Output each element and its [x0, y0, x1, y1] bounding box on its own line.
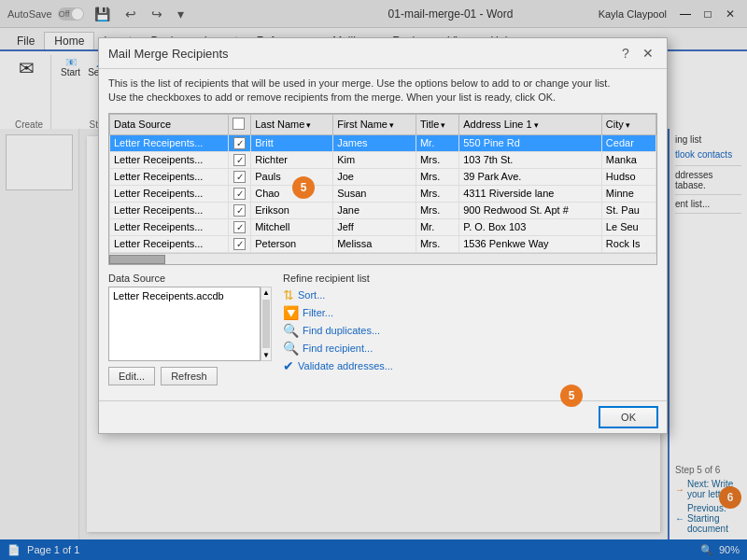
header-checkbox-col — [229, 114, 251, 134]
cell-city-5: Le Seu — [601, 218, 655, 235]
checkbox-4[interactable] — [233, 204, 246, 217]
cell-firstname-6: Melissa — [333, 235, 416, 252]
refine-label: Refine recipient list — [283, 273, 657, 284]
cell-check-6[interactable] — [229, 235, 251, 252]
find-recip-label: Find recipient... — [303, 343, 373, 354]
cell-address-1: 103 7th St. — [459, 151, 602, 168]
ok-button[interactable]: OK — [599, 407, 657, 427]
checkbox-2[interactable] — [233, 171, 246, 183]
cell-check-5[interactable] — [229, 218, 251, 235]
cell-check-1[interactable] — [229, 151, 251, 168]
data-source-list-wrap: Letter Receipents.accdb ▲ ▼ — [108, 287, 272, 361]
table-row[interactable]: Letter Receipents... Chao Susan Mrs. 431… — [110, 185, 656, 202]
dialog-title: Mail Merge Recipients — [108, 47, 229, 61]
cell-source-4: Letter Receipents... — [110, 202, 229, 218]
cell-firstname-4: Jane — [333, 202, 416, 218]
table-row[interactable]: Letter Receipents... Mitchell Jeff Mr. P… — [110, 218, 656, 235]
table-row[interactable]: Letter Receipents... Pauls Joe Mrs. 39 P… — [110, 168, 656, 185]
mail-merge-dialog: Mail Merge Recipients ? ✕ This is the li… — [98, 37, 668, 434]
cell-source-2: Letter Receipents... — [110, 168, 229, 185]
firstname-sort-icon: ▾ — [389, 120, 394, 130]
cell-city-0: Cedar — [601, 134, 655, 151]
cell-firstname-1: Kim — [333, 151, 416, 168]
header-title[interactable]: Title▾ — [416, 114, 458, 134]
dialog-bottom: Data Source Letter Receipents.accdb ▲ ▼ … — [108, 273, 657, 393]
header-address[interactable]: Address Line 1▾ — [459, 114, 602, 134]
table-row[interactable]: Letter Receipents... Richter Kim Mrs. 10… — [110, 151, 656, 168]
header-city[interactable]: City▾ — [601, 114, 655, 134]
data-source-panel: Data Source Letter Receipents.accdb ▲ ▼ … — [108, 273, 272, 385]
badge-5b: 5 — [560, 385, 583, 407]
cell-address-5: P. O. Box 103 — [459, 218, 602, 235]
cell-city-4: St. Pau — [601, 202, 655, 218]
dialog-close-btn[interactable]: ✕ — [639, 44, 657, 63]
ds-scroll-thumb[interactable] — [262, 300, 270, 348]
refine-panel: Refine recipient list ⇅ Sort... 🔽 Filter… — [283, 273, 657, 385]
validate-link[interactable]: ✔ Validate addresses... — [283, 358, 657, 373]
filter-link[interactable]: 🔽 Filter... — [283, 305, 657, 320]
sort-link[interactable]: ⇅ Sort... — [283, 287, 657, 302]
table-body: Letter Receipents... Britt James Mr. 550… — [110, 134, 656, 252]
cell-lastname-4: Erikson — [251, 202, 333, 218]
cell-title-0: Mr. — [416, 134, 458, 151]
cell-source-0: Letter Receipents... — [110, 134, 229, 151]
cell-title-3: Mrs. — [416, 185, 458, 202]
validate-icon: ✔ — [283, 358, 294, 373]
cell-source-6: Letter Receipents... — [110, 235, 229, 252]
dialog-body: This is the list of recipients that will… — [99, 69, 667, 400]
callout-badge-5b: 5 — [560, 385, 583, 407]
table-row[interactable]: Letter Receipents... Peterson Melissa Mr… — [110, 235, 656, 252]
refine-links: ⇅ Sort... 🔽 Filter... 🔍 Find duplicates.… — [283, 287, 657, 373]
cell-city-6: Rock Is — [601, 235, 655, 252]
cell-title-4: Mrs. — [416, 202, 458, 218]
cell-check-3[interactable] — [229, 185, 251, 202]
cell-check-4[interactable] — [229, 202, 251, 218]
checkbox-6[interactable] — [233, 238, 246, 250]
table-scrollbar[interactable] — [109, 253, 656, 264]
callout-badge-5a: 5 — [292, 176, 315, 199]
cell-title-6: Mrs. — [416, 235, 458, 252]
header-datasource: Data Source — [110, 114, 229, 134]
header-lastname[interactable]: Last Name▾ — [251, 114, 333, 134]
cell-address-0: 550 Pine Rd — [459, 134, 602, 151]
data-source-panel-label: Data Source — [108, 273, 272, 284]
checkbox-5[interactable] — [233, 221, 246, 233]
checkbox-0[interactable] — [233, 137, 246, 149]
cell-firstname-0: James — [333, 134, 416, 151]
cell-source-3: Letter Receipents... — [110, 185, 229, 202]
dialog-desc-1: This is the list of recipients that will… — [108, 77, 610, 89]
cell-source-1: Letter Receipents... — [110, 151, 229, 168]
dialog-description: This is the list of recipients that will… — [108, 77, 657, 105]
ds-scroll-down[interactable]: ▼ — [261, 350, 271, 360]
cell-title-2: Mrs. — [416, 168, 458, 185]
find-recipient-link[interactable]: 🔍 Find recipient... — [283, 341, 657, 356]
cell-address-4: 900 Redwood St. Apt # — [459, 202, 602, 218]
filter-label: Filter... — [303, 307, 333, 318]
cell-address-2: 39 Park Ave. — [459, 168, 602, 185]
find-dup-icon: 🔍 — [283, 323, 299, 338]
header-firstname[interactable]: First Name▾ — [333, 114, 416, 134]
header-check-box[interactable] — [233, 118, 245, 130]
cell-lastname-1: Richter — [251, 151, 333, 168]
table-row[interactable]: Letter Receipents... Erikson Jane Mrs. 9… — [110, 202, 656, 218]
data-source-list: Letter Receipents.accdb — [108, 287, 261, 361]
table-row[interactable]: Letter Receipents... Britt James Mr. 550… — [110, 134, 656, 151]
refresh-button[interactable]: Refresh — [161, 367, 218, 385]
checkbox-1[interactable] — [233, 154, 246, 166]
cell-address-3: 4311 Riverside lane — [459, 185, 602, 202]
validate-label: Validate addresses... — [298, 360, 393, 371]
edit-button[interactable]: Edit... — [108, 367, 155, 385]
dialog-title-icons: ? ✕ — [616, 44, 657, 63]
recipients-table-wrap: Data Source Last Name▾ First Name▾ — [108, 113, 657, 265]
dialog-help-btn[interactable]: ? — [616, 44, 635, 63]
data-source-item[interactable]: Letter Receipents.accdb — [111, 289, 258, 302]
title-sort-icon: ▾ — [441, 120, 445, 130]
find-duplicates-link[interactable]: 🔍 Find duplicates... — [283, 323, 657, 338]
checkbox-3[interactable] — [233, 188, 246, 200]
cell-check-0[interactable] — [229, 134, 251, 151]
cell-check-2[interactable] — [229, 168, 251, 185]
scroll-thumb[interactable] — [109, 255, 165, 264]
dialog-desc-2: Use the checkboxes to add or remove reci… — [108, 91, 556, 103]
ds-scroll-up[interactable]: ▲ — [261, 287, 271, 298]
ds-scrollbar[interactable]: ▲ ▼ — [261, 287, 272, 361]
